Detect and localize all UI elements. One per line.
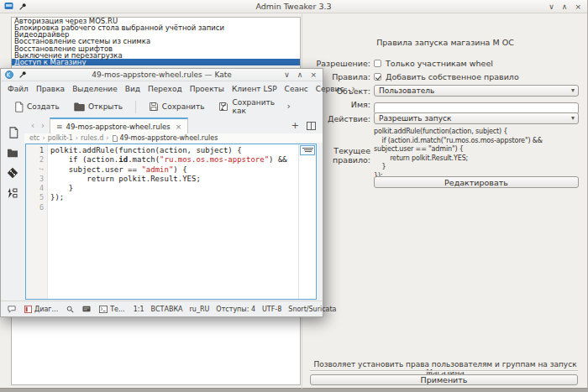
line-number: 3 xyxy=(26,175,47,184)
open-button[interactable]: Открыть xyxy=(68,99,129,114)
wheel-checkbox-label[interactable]: Только участникам wheel xyxy=(386,59,493,68)
action-select[interactable]: Разрешить запуск ▾ xyxy=(374,112,579,124)
code-line: } xyxy=(50,184,298,193)
search-button[interactable] xyxy=(66,306,74,313)
menu-overflow-icon[interactable]: › xyxy=(351,85,354,93)
breadcrumb-dir[interactable]: rules.d xyxy=(81,134,103,142)
code-line xyxy=(50,203,298,212)
menu-item[interactable]: Выделение xyxy=(72,85,118,93)
menu-item[interactable]: Файл xyxy=(8,85,29,93)
menu-item[interactable]: Правка xyxy=(36,85,65,93)
save-button[interactable]: Сохранить xyxy=(143,99,211,114)
minimap-viewport[interactable] xyxy=(300,145,315,155)
split-view-icon[interactable] xyxy=(307,122,316,130)
window-controls: ∨ ∧ × xyxy=(549,3,583,11)
save-as-button[interactable]: Сохранить как xyxy=(213,96,284,118)
indentation[interactable]: Отступы: 4 xyxy=(216,306,255,313)
maximize-icon[interactable]: ∧ xyxy=(297,71,303,79)
breadcrumb-separator: › xyxy=(42,134,45,142)
pin-icon[interactable] xyxy=(18,71,27,79)
breadcrumb-file[interactable]: 49-mos-appstore-wheel.rules xyxy=(120,134,218,142)
breadcrumb-dir[interactable]: etc xyxy=(29,134,39,142)
git-tool-icon[interactable] xyxy=(5,165,20,180)
minimize-icon[interactable]: ∨ xyxy=(549,3,554,11)
syntax-mode[interactable]: Snort/Suricata xyxy=(288,306,336,313)
object-select-value: Пользователь xyxy=(379,86,434,95)
diagnostics-icon xyxy=(24,306,32,313)
code-line: subject.user == "admin") { xyxy=(50,165,298,175)
pin-icon[interactable] xyxy=(18,3,27,11)
code-lines[interactable]: polkit.addRule(function(action, subject)… xyxy=(48,144,298,299)
toolbar-separator xyxy=(135,101,136,113)
custom-rule-checkbox-label[interactable]: Добавить собственное правило xyxy=(386,72,519,81)
breadcrumb-dirs: etc›polkit-1›rules.d› xyxy=(29,134,109,142)
kate-tabbar: ‹ › ≡ 49-mos-appstore-wheel.rules × + xyxy=(24,118,323,133)
minimap-scrollbar[interactable] xyxy=(298,144,316,299)
edit-row: Редактировать xyxy=(302,176,588,188)
minimize-icon[interactable]: ∨ xyxy=(284,71,290,79)
code-line: return polkit.Result.YES; xyxy=(50,175,298,184)
file-icon xyxy=(112,135,118,142)
breadcrumb: etc›polkit-1›rules.d› 49-mos-appstore-wh… xyxy=(24,133,323,143)
toolbar-overflow-icon[interactable]: › xyxy=(287,102,291,111)
kate-window-controls: ∨ ∧ × xyxy=(284,71,318,79)
menu-item[interactable]: Проекты xyxy=(190,85,224,93)
menu-item[interactable]: Переход xyxy=(148,85,182,93)
close-icon[interactable]: × xyxy=(575,3,581,11)
terminal-button[interactable]: Те... xyxy=(99,306,124,313)
line-number: 4 xyxy=(26,184,47,193)
current-rule-code: polkit.addRule(function(action, subject)… xyxy=(374,128,579,180)
menu-item[interactable]: Вид xyxy=(125,85,140,93)
admin-tweaker-app-icon xyxy=(4,2,13,11)
object-row: Объект: Пользователь ▾ xyxy=(302,85,588,97)
tab-forward-icon[interactable]: › xyxy=(39,121,47,130)
filesystem-tool-icon[interactable] xyxy=(5,145,20,160)
permission-label: Разрешение: xyxy=(302,59,370,68)
chevron-down-icon: ▾ xyxy=(571,86,575,94)
code-line: if (action.id.match("ru.mos.os.mos-appst… xyxy=(50,155,298,165)
menu-item[interactable]: Клиент LSP xyxy=(232,85,277,93)
code-line: }); xyxy=(50,193,298,202)
edit-button[interactable]: Редактировать xyxy=(374,176,579,188)
kate-menubar: ФайлПравкаВыделениеВидПереходПроектыКлие… xyxy=(1,81,323,96)
kate-statusbar: Диаг... Те... 1:1 ВСТАВКА ru_RU Отступы:… xyxy=(1,301,323,316)
diagnostics-button[interactable]: Диаг... xyxy=(24,306,58,313)
tab-back-icon[interactable]: ‹ xyxy=(29,121,37,130)
divider xyxy=(310,370,578,372)
settings-panel: Правила запуска магазина М ОС Разрешение… xyxy=(302,13,588,389)
line-numbers: 12↪3456 xyxy=(26,144,48,299)
wheel-checkbox[interactable] xyxy=(374,60,381,67)
tab-rules-file[interactable]: ≡ 49-mos-appstore-wheel.rules × xyxy=(50,118,188,133)
tab-close-icon[interactable]: × xyxy=(174,123,182,131)
action-select-value: Разрешить запуск xyxy=(379,114,451,123)
notifications-button[interactable] xyxy=(8,306,16,313)
object-select[interactable]: Пользователь ▾ xyxy=(374,85,579,97)
dictionary[interactable]: ru_RU xyxy=(190,306,210,313)
list-item[interactable]: Доступ к Магазину xyxy=(12,59,300,65)
rules-row: Правила: Добавить собственное правило xyxy=(302,72,588,82)
line-number: 5 xyxy=(26,193,47,202)
custom-rule-checkbox[interactable] xyxy=(374,73,381,81)
admin-tweaker-titlebar[interactable]: Admin Tweaker 3.3 ∨ ∧ × xyxy=(0,0,587,13)
cursor-position[interactable]: 1:1 xyxy=(134,306,144,313)
output-button[interactable] xyxy=(82,306,91,313)
maximize-icon[interactable]: ∧ xyxy=(562,3,568,11)
menu-item[interactable]: Сеанс xyxy=(285,85,308,93)
new-tab-icon[interactable]: + xyxy=(291,122,299,130)
tab-label: 49-mos-appstore-wheel.rules xyxy=(66,123,171,131)
encoding[interactable]: UTF-8 xyxy=(262,306,281,313)
code-editor[interactable]: 12↪3456 polkit.addRule(function(action, … xyxy=(25,144,317,300)
kate-titlebar[interactable]: 49-mos-appstore-wheel.rules — Kate ∨ ∧ × xyxy=(1,69,323,81)
apply-button[interactable]: Применить xyxy=(310,374,578,385)
name-row: Имя: xyxy=(302,98,588,110)
menu-item[interactable]: Сервис xyxy=(316,85,344,93)
close-icon[interactable]: × xyxy=(310,71,317,79)
structure-tool-icon[interactable] xyxy=(5,186,20,201)
window-title: Admin Tweaker 3.3 xyxy=(0,2,587,11)
new-document-button[interactable]: Создать xyxy=(8,99,66,115)
breadcrumb-dir[interactable]: polkit-1 xyxy=(48,134,73,142)
line-number: ↪ xyxy=(26,165,47,175)
documents-tool-icon[interactable] xyxy=(5,125,20,140)
code-line: polkit.addRule(function(action, subject)… xyxy=(50,146,298,155)
input-mode[interactable]: ВСТАВКА xyxy=(151,306,183,313)
